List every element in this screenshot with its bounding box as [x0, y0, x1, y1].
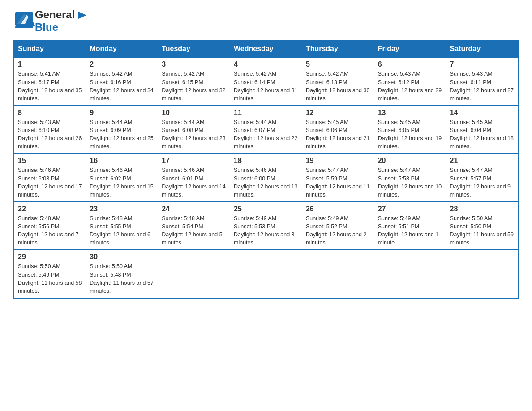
- day-number: 11: [234, 109, 298, 117]
- day-number: 6: [378, 60, 442, 68]
- day-info: Sunrise: 5:44 AMSunset: 6:08 PMDaylight:…: [162, 118, 226, 151]
- calendar-cell: 30 Sunrise: 5:50 AMSunset: 5:48 PMDaylig…: [86, 250, 158, 298]
- calendar-cell: 19 Sunrise: 5:47 AMSunset: 5:59 PMDaylig…: [302, 154, 374, 202]
- header-row: SundayMondayTuesdayWednesdayThursdayFrid…: [14, 40, 518, 58]
- day-number: 8: [18, 109, 82, 117]
- calendar-cell: 2 Sunrise: 5:42 AMSunset: 6:16 PMDayligh…: [86, 58, 158, 106]
- page-header: General Blue: [13, 9, 519, 33]
- day-number: 7: [450, 60, 514, 68]
- day-number: 12: [306, 109, 370, 117]
- week-row-4: 22 Sunrise: 5:48 AMSunset: 5:56 PMDaylig…: [14, 202, 518, 250]
- day-header-friday: Friday: [374, 40, 446, 58]
- day-header-sunday: Sunday: [14, 40, 86, 58]
- calendar-cell: [158, 250, 230, 298]
- day-number: 24: [162, 205, 226, 213]
- week-row-2: 8 Sunrise: 5:43 AMSunset: 6:10 PMDayligh…: [14, 106, 518, 154]
- logo-icon: [13, 10, 35, 32]
- calendar-table: SundayMondayTuesdayWednesdayThursdayFrid…: [13, 40, 519, 299]
- day-number: 26: [306, 205, 370, 213]
- calendar-cell: 7 Sunrise: 5:43 AMSunset: 6:11 PMDayligh…: [446, 58, 518, 106]
- day-info: Sunrise: 5:48 AMSunset: 5:54 PMDaylight:…: [162, 214, 226, 247]
- day-header-tuesday: Tuesday: [158, 40, 230, 58]
- day-info: Sunrise: 5:46 AMSunset: 6:03 PMDaylight:…: [18, 166, 82, 199]
- day-info: Sunrise: 5:41 AMSunset: 6:17 PMDaylight:…: [18, 70, 82, 103]
- day-number: 29: [18, 253, 82, 261]
- day-header-monday: Monday: [86, 40, 158, 58]
- calendar-cell: 5 Sunrise: 5:42 AMSunset: 6:13 PMDayligh…: [302, 58, 374, 106]
- calendar-cell: 16 Sunrise: 5:46 AMSunset: 6:02 PMDaylig…: [86, 154, 158, 202]
- week-row-1: 1 Sunrise: 5:41 AMSunset: 6:17 PMDayligh…: [14, 58, 518, 106]
- day-number: 3: [162, 60, 226, 68]
- day-info: Sunrise: 5:47 AMSunset: 5:59 PMDaylight:…: [306, 166, 370, 199]
- day-number: 13: [378, 109, 442, 117]
- day-info: Sunrise: 5:47 AMSunset: 5:57 PMDaylight:…: [450, 166, 514, 199]
- day-number: 4: [234, 60, 298, 68]
- day-number: 28: [450, 205, 514, 213]
- day-info: Sunrise: 5:45 AMSunset: 6:05 PMDaylight:…: [378, 118, 442, 151]
- day-info: Sunrise: 5:44 AMSunset: 6:07 PMDaylight:…: [234, 118, 298, 151]
- calendar-cell: 20 Sunrise: 5:47 AMSunset: 5:58 PMDaylig…: [374, 154, 446, 202]
- logo-general: General: [35, 9, 75, 21]
- day-number: 14: [450, 109, 514, 117]
- week-row-5: 29 Sunrise: 5:50 AMSunset: 5:49 PMDaylig…: [14, 250, 518, 298]
- day-info: Sunrise: 5:47 AMSunset: 5:58 PMDaylight:…: [378, 166, 442, 199]
- logo-blue: Blue: [35, 21, 58, 33]
- day-number: 23: [90, 205, 154, 213]
- svg-marker-6: [78, 12, 86, 19]
- day-info: Sunrise: 5:48 AMSunset: 5:56 PMDaylight:…: [18, 214, 82, 247]
- day-info: Sunrise: 5:42 AMSunset: 6:15 PMDaylight:…: [162, 70, 226, 103]
- calendar-cell: 26 Sunrise: 5:49 AMSunset: 5:52 PMDaylig…: [302, 202, 374, 250]
- week-row-3: 15 Sunrise: 5:46 AMSunset: 6:03 PMDaylig…: [14, 154, 518, 202]
- calendar-cell: [374, 250, 446, 298]
- calendar-cell: 1 Sunrise: 5:41 AMSunset: 6:17 PMDayligh…: [14, 58, 86, 106]
- svg-rect-5: [15, 26, 33, 28]
- day-info: Sunrise: 5:42 AMSunset: 6:13 PMDaylight:…: [306, 70, 370, 103]
- day-info: Sunrise: 5:46 AMSunset: 6:02 PMDaylight:…: [90, 166, 154, 199]
- day-info: Sunrise: 5:50 AMSunset: 5:49 PMDaylight:…: [18, 262, 82, 295]
- day-info: Sunrise: 5:50 AMSunset: 5:48 PMDaylight:…: [90, 262, 154, 295]
- calendar-cell: 6 Sunrise: 5:43 AMSunset: 6:12 PMDayligh…: [374, 58, 446, 106]
- calendar-cell: 27 Sunrise: 5:49 AMSunset: 5:51 PMDaylig…: [374, 202, 446, 250]
- day-header-thursday: Thursday: [302, 40, 374, 58]
- calendar-cell: 25 Sunrise: 5:49 AMSunset: 5:53 PMDaylig…: [230, 202, 302, 250]
- calendar-cell: 28 Sunrise: 5:50 AMSunset: 5:50 PMDaylig…: [446, 202, 518, 250]
- calendar-cell: 4 Sunrise: 5:42 AMSunset: 6:14 PMDayligh…: [230, 58, 302, 106]
- day-number: 10: [162, 109, 226, 117]
- day-number: 17: [162, 157, 226, 165]
- day-number: 30: [90, 253, 154, 261]
- day-number: 22: [18, 205, 82, 213]
- day-number: 16: [90, 157, 154, 165]
- day-info: Sunrise: 5:49 AMSunset: 5:52 PMDaylight:…: [306, 214, 370, 247]
- day-info: Sunrise: 5:44 AMSunset: 6:09 PMDaylight:…: [90, 118, 154, 151]
- calendar-cell: 18 Sunrise: 5:46 AMSunset: 6:00 PMDaylig…: [230, 154, 302, 202]
- calendar-cell: 12 Sunrise: 5:45 AMSunset: 6:06 PMDaylig…: [302, 106, 374, 154]
- day-info: Sunrise: 5:48 AMSunset: 5:55 PMDaylight:…: [90, 214, 154, 247]
- logo: General Blue: [13, 9, 87, 33]
- calendar-cell: 23 Sunrise: 5:48 AMSunset: 5:55 PMDaylig…: [86, 202, 158, 250]
- calendar-cell: 13 Sunrise: 5:45 AMSunset: 6:05 PMDaylig…: [374, 106, 446, 154]
- calendar-cell: [446, 250, 518, 298]
- day-number: 2: [90, 60, 154, 68]
- calendar-cell: [302, 250, 374, 298]
- day-number: 9: [90, 109, 154, 117]
- logo-triangle-icon: [78, 12, 86, 20]
- day-info: Sunrise: 5:42 AMSunset: 6:14 PMDaylight:…: [234, 70, 298, 103]
- calendar-cell: 15 Sunrise: 5:46 AMSunset: 6:03 PMDaylig…: [14, 154, 86, 202]
- day-number: 18: [234, 157, 298, 165]
- calendar-cell: 10 Sunrise: 5:44 AMSunset: 6:08 PMDaylig…: [158, 106, 230, 154]
- day-info: Sunrise: 5:45 AMSunset: 6:04 PMDaylight:…: [450, 118, 514, 151]
- day-info: Sunrise: 5:49 AMSunset: 5:53 PMDaylight:…: [234, 214, 298, 247]
- day-info: Sunrise: 5:46 AMSunset: 6:00 PMDaylight:…: [234, 166, 298, 199]
- day-number: 25: [234, 205, 298, 213]
- day-number: 21: [450, 157, 514, 165]
- day-number: 5: [306, 60, 370, 68]
- day-info: Sunrise: 5:43 AMSunset: 6:12 PMDaylight:…: [378, 70, 442, 103]
- calendar-cell: 9 Sunrise: 5:44 AMSunset: 6:09 PMDayligh…: [86, 106, 158, 154]
- day-number: 27: [378, 205, 442, 213]
- day-info: Sunrise: 5:42 AMSunset: 6:16 PMDaylight:…: [90, 70, 154, 103]
- day-info: Sunrise: 5:43 AMSunset: 6:11 PMDaylight:…: [450, 70, 514, 103]
- day-number: 19: [306, 157, 370, 165]
- calendar-cell: 8 Sunrise: 5:43 AMSunset: 6:10 PMDayligh…: [14, 106, 86, 154]
- calendar-cell: 24 Sunrise: 5:48 AMSunset: 5:54 PMDaylig…: [158, 202, 230, 250]
- day-info: Sunrise: 5:49 AMSunset: 5:51 PMDaylight:…: [378, 214, 442, 247]
